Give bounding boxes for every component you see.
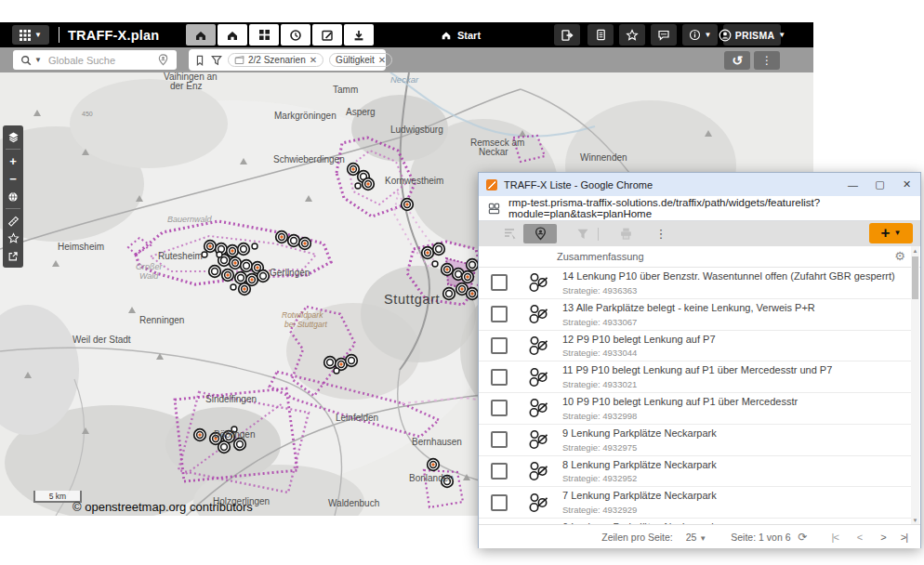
gear-icon[interactable]: ⚙ xyxy=(894,249,905,263)
strategy-marker[interactable] xyxy=(443,288,455,300)
minimize-button[interactable]: — xyxy=(839,173,866,196)
strategy-marker[interactable] xyxy=(257,270,270,282)
strategy-marker[interactable] xyxy=(205,241,217,253)
favorites-button[interactable] xyxy=(619,24,645,46)
global-search[interactable]: ▼ Globale Suche xyxy=(13,50,177,70)
measure-button[interactable] xyxy=(5,213,21,229)
strategy-marker[interactable] xyxy=(239,283,251,296)
validity-chip[interactable]: Gültigkeit ✕ xyxy=(329,53,392,67)
strategy-marker[interactable] xyxy=(355,183,361,189)
strategy-marker[interactable] xyxy=(241,260,253,272)
strategy-marker[interactable] xyxy=(222,269,234,282)
person-pin-icon[interactable] xyxy=(157,54,169,66)
filter-button[interactable] xyxy=(572,224,594,243)
strategy-marker[interactable] xyxy=(467,288,479,300)
strategy-marker[interactable] xyxy=(402,199,414,211)
favorite-view-button[interactable] xyxy=(5,230,21,246)
strategy-marker[interactable] xyxy=(428,459,440,471)
list-item[interactable]: 12 P9 P10 belegt Lenkung auf P7 Strategi… xyxy=(479,331,912,362)
strategy-marker[interactable] xyxy=(433,243,445,256)
layers-button[interactable] xyxy=(5,129,21,145)
strategy-marker[interactable] xyxy=(363,178,375,191)
info-menu-button[interactable]: ▼ xyxy=(682,24,718,46)
scroll-up-icon[interactable]: ▲ xyxy=(911,246,919,255)
popup-titlebar[interactable]: TRAFF-X Liste - Google Chrome — ▢ ✕ xyxy=(479,173,920,196)
app-launcher-button[interactable]: ▼ xyxy=(12,25,49,45)
row-checkbox[interactable] xyxy=(491,494,508,511)
strategy-marker[interactable] xyxy=(346,355,358,367)
nav-history-button[interactable] xyxy=(281,24,310,46)
report-button[interactable] xyxy=(587,24,614,46)
strategy-marker[interactable] xyxy=(422,247,434,259)
strategy-marker[interactable] xyxy=(202,252,207,257)
select-list-button[interactable] xyxy=(499,224,521,243)
row-checkbox[interactable] xyxy=(491,400,508,416)
first-page-button[interactable]: |< xyxy=(832,532,838,543)
strategy-marker[interactable] xyxy=(238,243,250,256)
prev-page-button[interactable]: < xyxy=(857,532,862,543)
nav-modules-button[interactable] xyxy=(249,24,279,46)
strategy-marker[interactable] xyxy=(467,259,479,271)
locate-features-button[interactable] xyxy=(523,224,557,243)
scroll-down-icon[interactable]: ▼ xyxy=(911,516,919,524)
globe-button[interactable] xyxy=(5,189,21,204)
nav-download-button[interactable] xyxy=(344,24,374,46)
refresh-icon[interactable]: ⟳ xyxy=(799,531,808,544)
maximize-button[interactable]: ▢ xyxy=(866,173,893,196)
list-item[interactable]: 13 Alle Parkplätze belegt - keine Lenkun… xyxy=(479,299,912,331)
list-item[interactable]: 11 P9 P10 belegt Lenkung auf P1 über Mer… xyxy=(479,361,912,393)
strategy-marker[interactable] xyxy=(218,441,231,453)
strategy-marker[interactable] xyxy=(288,235,300,247)
strategy-marker[interactable] xyxy=(209,266,221,278)
strategy-marker[interactable] xyxy=(230,257,242,269)
start-nav[interactable]: Start xyxy=(441,22,481,47)
strategy-marker[interactable] xyxy=(252,243,257,249)
undo-button[interactable]: ↺ xyxy=(724,51,750,70)
nav-edit-button[interactable] xyxy=(312,24,342,46)
list-item[interactable]: 14 Lenkung P10 über Benzstr. Wasentunnel… xyxy=(479,268,912,299)
chat-button[interactable] xyxy=(651,24,677,46)
add-button[interactable]: + ▼ xyxy=(869,223,913,243)
print-button[interactable] xyxy=(614,224,637,243)
strategy-marker[interactable] xyxy=(432,261,438,267)
rows-per-page-select[interactable]: 25 ▼ xyxy=(686,532,707,543)
search-input[interactable]: Globale Suche xyxy=(48,55,157,66)
list-item[interactable]: 10 P9 P10 belegt Lenkung auf P1 über Mer… xyxy=(479,393,912,425)
url-bar[interactable]: rmp-test.prisma-traffix-solutions.de/tra… xyxy=(479,196,920,221)
list-item[interactable]: 9 Lenkung Parkplätze Neckarpark Strategi… xyxy=(479,425,912,456)
list-item[interactable]: 8 Lenkung Parkplätze Neckarpark Strategi… xyxy=(479,456,912,488)
bookmark-icon[interactable] xyxy=(194,55,205,66)
strategy-marker[interactable] xyxy=(348,164,360,176)
strategy-marker[interactable] xyxy=(462,271,474,283)
list-item[interactable]: 7 Lenkung Parkplätze Neckarpark Strategi… xyxy=(479,487,912,519)
open-external-button[interactable] xyxy=(5,248,21,264)
list-scrollbar[interactable]: ▲ ▼ xyxy=(911,246,919,524)
strategy-marker[interactable] xyxy=(234,439,246,451)
export-button[interactable] xyxy=(554,24,580,46)
more-options-button[interactable]: ⋮ xyxy=(754,51,780,70)
close-icon[interactable]: ✕ xyxy=(378,55,386,65)
nav-home2-button[interactable] xyxy=(218,24,247,46)
nav-home-button-selected[interactable] xyxy=(186,24,216,46)
zoom-in-button[interactable]: + xyxy=(5,153,21,169)
filter-funnel-icon[interactable] xyxy=(211,55,222,66)
row-checkbox[interactable] xyxy=(491,431,508,448)
scrollbar-thumb[interactable] xyxy=(912,256,918,299)
row-checkbox[interactable] xyxy=(491,274,508,291)
scenario-chip[interactable]: 2/2 Szenarien ✕ xyxy=(228,53,323,67)
user-menu-button[interactable]: PRISMA ▼ xyxy=(723,24,781,46)
strategy-marker[interactable] xyxy=(334,368,339,374)
strategy-marker[interactable] xyxy=(235,272,247,284)
strategy-marker[interactable] xyxy=(299,238,311,250)
strategy-marker[interactable] xyxy=(324,357,337,369)
row-checkbox[interactable] xyxy=(491,337,508,354)
zoom-out-button[interactable]: − xyxy=(5,171,21,187)
strategy-marker[interactable] xyxy=(276,231,288,243)
strategy-marker[interactable] xyxy=(231,284,236,290)
close-button[interactable]: ✕ xyxy=(893,173,920,196)
strategy-marker[interactable] xyxy=(442,264,454,276)
strategy-marker[interactable] xyxy=(194,429,206,441)
next-page-button[interactable]: > xyxy=(880,532,885,543)
strategy-marker[interactable] xyxy=(227,245,239,257)
row-checkbox[interactable] xyxy=(491,463,508,480)
